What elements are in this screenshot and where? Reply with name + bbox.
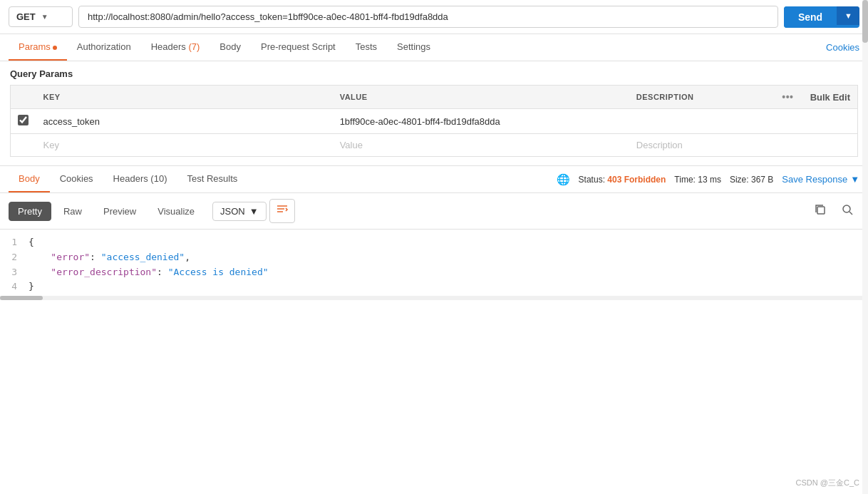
row-more-cell (775, 109, 800, 134)
bulk-edit-button[interactable]: Bulk Edit (810, 92, 850, 103)
main-scrollbar-thumb[interactable] (862, 0, 868, 43)
format-selector[interactable]: JSON ▼ (212, 202, 267, 221)
url-bar: GET ▼ Send ▼ (0, 0, 868, 34)
view-visualize-button[interactable]: Visualize (148, 202, 204, 221)
response-tabs: Body Cookies Headers (10) Test Results 🌐… (0, 166, 868, 193)
params-dot (53, 46, 57, 50)
empty-row-desc: Description (629, 134, 775, 157)
line-number: 2 (0, 250, 29, 265)
response-tab-cookies[interactable]: Cookies (50, 166, 103, 192)
view-raw-button[interactable]: Raw (54, 202, 91, 221)
line-number: 4 (0, 279, 29, 294)
line-content: } (29, 279, 868, 294)
key-placeholder: Key (43, 140, 59, 150)
size-label: Size: 367 B (730, 175, 773, 185)
time-label: Time: 13 ms (674, 175, 721, 185)
status-label: Status: 403 Forbidden (579, 175, 666, 185)
row-key-value: access_token (43, 116, 100, 127)
response-meta: 🌐 Status: 403 Forbidden Time: 13 ms Size… (557, 173, 859, 186)
desc-placeholder: Description (636, 140, 683, 150)
tab-tests[interactable]: Tests (346, 34, 387, 61)
row-key-cell: access_token (36, 109, 333, 134)
col-header-value: VALUE (333, 86, 629, 109)
method-chevron-icon: ▼ (41, 13, 48, 21)
globe-icon: 🌐 (557, 173, 570, 186)
table-row: access_token 1bff90ce-a0ec-4801-bff4-fbd… (11, 109, 858, 134)
empty-row-value: Value (333, 134, 629, 157)
empty-row-key: Key (36, 134, 333, 157)
col-header-check (11, 86, 36, 109)
status-code: 403 Forbidden (607, 175, 666, 185)
response-section: Body Cookies Headers (10) Test Results 🌐… (0, 165, 868, 300)
svg-point-4 (843, 205, 850, 212)
response-tab-body[interactable]: Body (9, 166, 50, 192)
params-table: KEY VALUE DESCRIPTION ••• Bulk Edit acce… (10, 85, 858, 157)
copy-button[interactable] (808, 200, 832, 222)
format-chevron-icon: ▼ (249, 206, 259, 217)
code-line-3: 3 "error_description": "Access is denied… (0, 265, 868, 280)
send-button-label[interactable]: Send (784, 6, 837, 28)
save-response-button[interactable]: Save Response ▼ (782, 174, 859, 185)
search-button[interactable] (835, 200, 859, 222)
col-header-more: ••• (775, 86, 800, 109)
view-preview-button[interactable]: Preview (94, 202, 145, 221)
tab-authorization[interactable]: Authorization (67, 34, 141, 61)
line-number: 1 (0, 235, 29, 250)
col-header-desc: DESCRIPTION (629, 86, 775, 109)
line-content: "error": "access_denied", (29, 250, 868, 265)
send-dropdown-icon[interactable]: ▼ (837, 6, 859, 25)
row-checkbox[interactable] (18, 115, 29, 125)
code-line-2: 2 "error": "access_denied", (0, 250, 868, 265)
tab-body[interactable]: Body (210, 34, 251, 61)
tab-settings[interactable]: Settings (387, 34, 440, 61)
value-placeholder: Value (340, 140, 363, 150)
view-pretty-button[interactable]: Pretty (9, 202, 51, 221)
code-hscrollbar-thumb[interactable] (0, 296, 43, 300)
more-options-icon: ••• (782, 91, 793, 103)
code-line-4: 4 } (0, 279, 868, 294)
wrap-button[interactable] (269, 199, 295, 223)
response-tab-headers[interactable]: Headers (10) (103, 166, 177, 192)
url-input[interactable] (78, 6, 778, 28)
code-line-1: 1 { (0, 235, 868, 250)
request-tabs: Params Authorization Headers (7) Body Pr… (0, 34, 868, 61)
svg-line-5 (849, 212, 852, 215)
line-content: "error_description": "Access is denied" (29, 265, 868, 280)
cookies-link[interactable]: Cookies (826, 35, 859, 60)
row-value-cell: 1bff90ce-a0ec-4801-bff4-fbd19dfa8dda (333, 109, 629, 134)
code-toolbar: Pretty Raw Preview Visualize JSON ▼ (0, 193, 868, 230)
tab-params[interactable]: Params (9, 34, 67, 61)
line-content: { (29, 235, 868, 250)
method-selector[interactable]: GET ▼ (9, 6, 73, 27)
svg-rect-3 (817, 207, 825, 214)
row-bulk-cell (801, 109, 858, 134)
row-desc-cell (629, 109, 775, 134)
code-area: 1 { 2 "error": "access_denied", 3 "error… (0, 230, 868, 300)
method-label: GET (16, 11, 36, 22)
main-scrollbar-track[interactable] (862, 0, 868, 494)
code-hscrollbar-track[interactable] (0, 296, 862, 300)
query-params-section: Query Params KEY VALUE DESCRIPTION ••• B… (0, 61, 868, 157)
empty-bulk (801, 134, 858, 157)
table-row-empty: Key Value Description (11, 134, 858, 157)
row-checkbox-cell (11, 109, 36, 134)
save-response-chevron-icon: ▼ (850, 174, 859, 185)
col-header-bulk: Bulk Edit (801, 86, 858, 109)
query-params-title: Query Params (10, 68, 858, 79)
watermark: CSDN @三金C_C (796, 478, 859, 488)
empty-row-check (11, 134, 36, 157)
tab-headers[interactable]: Headers (7) (141, 34, 210, 61)
response-tab-test-results[interactable]: Test Results (177, 166, 247, 192)
send-button[interactable]: Send ▼ (784, 6, 859, 28)
tab-prerequest[interactable]: Pre-request Script (251, 34, 346, 61)
row-value-value: 1bff90ce-a0ec-4801-bff4-fbd19dfa8dda (340, 116, 500, 127)
line-number: 3 (0, 265, 29, 280)
empty-more (775, 134, 800, 157)
col-header-key: KEY (36, 86, 333, 109)
